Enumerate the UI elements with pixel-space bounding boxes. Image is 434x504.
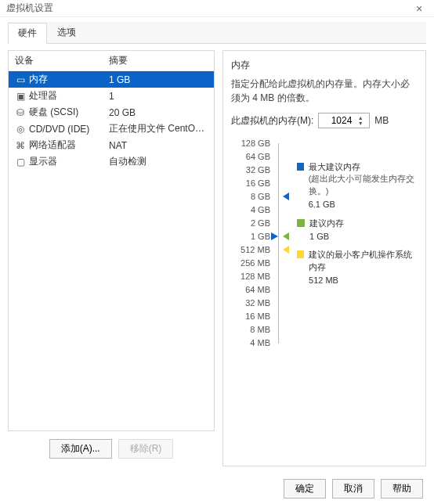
legend-min-val: 512 MB: [309, 275, 418, 286]
display-icon: ▢: [15, 157, 26, 167]
memory-slider[interactable]: [278, 143, 279, 344]
marker-max-icon: [283, 193, 289, 200]
cpu-icon: ▣: [15, 91, 26, 102]
hw-summary: 1: [109, 91, 208, 102]
tick: 64 GB: [246, 151, 270, 163]
hw-name: 显示器: [29, 155, 57, 168]
hw-summary: 自动检测: [109, 155, 208, 168]
legend-max-sub: (超出此大小可能发生内存交换。): [309, 173, 418, 197]
cancel-button[interactable]: 取消: [332, 479, 374, 499]
legend-max: 最大建议内存 (超出此大小可能发生内存交换。) 6.1 GB: [297, 161, 418, 211]
hw-name: 内存: [29, 73, 48, 86]
hw-summary: 20 GB: [109, 107, 208, 118]
tick: 16 GB: [246, 178, 270, 189]
memory-heading: 内存: [231, 59, 418, 72]
cd-icon: ◎: [15, 124, 26, 135]
memory-label: 此虚拟机的内存(M):: [231, 114, 313, 128]
tab-options[interactable]: 选项: [47, 22, 86, 43]
legend-min: 建议的最小客户机操作系统内存 512 MB: [297, 249, 418, 286]
tab-bar: 硬件 选项: [8, 22, 426, 44]
add-button[interactable]: 添加(A)...: [49, 439, 112, 459]
tick: 512 MB: [241, 244, 270, 256]
memory-scale-labels: 128 GB 64 GB 32 GB 16 GB 8 GB 4 GB 2 GB …: [231, 138, 270, 349]
hw-row-cpu[interactable]: ▣处理器 1: [9, 88, 214, 104]
square-blue-icon: [297, 163, 304, 171]
square-yellow-icon: [297, 250, 304, 258]
help-button[interactable]: 帮助: [381, 479, 423, 499]
memory-panel: 内存 指定分配给此虚拟机的内存量。内存大小必须为 4 MB 的倍数。 此虚拟机的…: [222, 50, 426, 466]
tick: 64 MB: [245, 284, 270, 296]
tick: 8 GB: [251, 191, 270, 203]
titlebar: 虚拟机设置 ×: [0, 0, 434, 17]
hw-name: 硬盘 (SCSI): [29, 106, 78, 119]
hw-name: 网络适配器: [29, 139, 76, 152]
tick: 32 GB: [246, 164, 270, 176]
tick: 256 MB: [241, 257, 270, 269]
tick: 4 GB: [251, 204, 270, 216]
hw-name: CD/DVD (IDE): [29, 124, 89, 135]
legend-rec-title: 建议内存: [309, 218, 344, 229]
disk-icon: ⛁: [15, 107, 26, 118]
memory-unit: MB: [374, 115, 389, 126]
hw-summary: 1 GB: [109, 74, 208, 85]
hw-row-memory[interactable]: ▭内存 1 GB: [9, 71, 214, 88]
memory-icon: ▭: [15, 74, 26, 85]
slider-thumb-icon[interactable]: [271, 232, 278, 240]
hw-row-disk[interactable]: ⛁硬盘 (SCSI) 20 GB: [9, 104, 214, 121]
tick: 1 GB: [251, 231, 270, 243]
hw-summary: 正在使用文件 CentOS-7-x86_6...: [109, 122, 208, 135]
ok-button[interactable]: 确定: [284, 479, 326, 499]
legend-rec-val: 1 GB: [309, 231, 344, 243]
memory-input[interactable]: [319, 115, 355, 126]
marker-rec-icon: [283, 232, 289, 240]
tick: 32 MB: [245, 297, 270, 309]
hw-summary: NAT: [109, 140, 208, 151]
spin-up-icon[interactable]: ▲: [355, 115, 366, 121]
tab-hardware[interactable]: 硬件: [8, 23, 47, 44]
hw-name: 处理器: [29, 89, 57, 103]
col-device: 设备: [15, 54, 109, 67]
tick: 128 GB: [241, 138, 270, 149]
memory-desc: 指定分配给此虚拟机的内存量。内存大小必须为 4 MB 的倍数。: [231, 77, 418, 105]
legend-min-title: 建议的最小客户机操作系统内存: [309, 249, 418, 273]
legend-max-title: 最大建议内存: [309, 161, 418, 173]
hw-row-network[interactable]: ⌘网络适配器 NAT: [9, 137, 214, 153]
hardware-list: 设备 摘要 ▭内存 1 GB ▣处理器 1 ⛁硬盘 (SCSI) 20 GB ◎…: [8, 50, 215, 431]
net-icon: ⌘: [15, 140, 26, 151]
tick: 2 GB: [251, 218, 270, 229]
tick: 16 MB: [245, 311, 270, 322]
legend-max-val: 6.1 GB: [309, 199, 418, 211]
hw-row-cddvd[interactable]: ◎CD/DVD (IDE) 正在使用文件 CentOS-7-x86_6...: [9, 121, 214, 137]
remove-button[interactable]: 移除(R): [118, 439, 174, 459]
col-summary: 摘要: [109, 54, 128, 67]
spin-down-icon[interactable]: ▼: [355, 121, 366, 126]
marker-min-icon: [283, 246, 289, 254]
tick: 4 MB: [250, 337, 270, 349]
square-green-icon: [297, 219, 305, 227]
memory-spinner[interactable]: ▲ ▼: [318, 113, 370, 128]
legend-rec: 建议内存 1 GB: [297, 218, 418, 243]
close-icon[interactable]: ×: [410, 3, 428, 14]
window-title: 虚拟机设置: [6, 2, 410, 15]
tick: 128 MB: [241, 271, 270, 283]
hw-row-display[interactable]: ▢显示器 自动检测: [9, 153, 214, 170]
tick: 8 MB: [250, 324, 270, 336]
